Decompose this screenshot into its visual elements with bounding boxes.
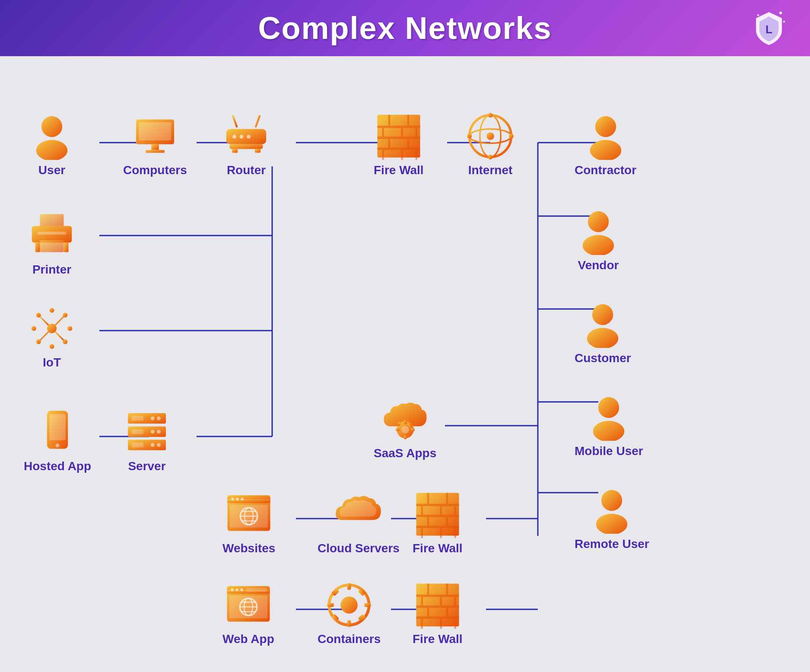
node-mobile-user: Mobile User (575, 393, 643, 458)
svg-rect-152 (246, 588, 267, 592)
svg-rect-182 (454, 619, 456, 629)
firewall-mid-label: Fire Wall (413, 541, 463, 555)
svg-line-32 (233, 116, 237, 127)
svg-point-89 (36, 339, 41, 344)
svg-point-60 (488, 113, 493, 118)
svg-point-3 (783, 21, 785, 22)
firewall-top-label: Fire Wall (374, 163, 424, 177)
node-internet: Internet (467, 112, 514, 177)
svg-rect-132 (416, 515, 459, 517)
svg-rect-174 (446, 584, 448, 595)
svg-point-100 (157, 417, 161, 420)
svg-point-90 (63, 339, 67, 344)
svg-point-87 (36, 313, 41, 318)
mobile-user-label: Mobile User (575, 444, 643, 458)
diagram-area: .conn-line { stroke: #2a2aad; stroke-wid… (0, 56, 810, 672)
node-iot: IoT (28, 305, 76, 369)
internet-icon (467, 112, 514, 160)
svg-point-91 (592, 304, 613, 325)
node-firewall-bot: Fire Wall (413, 581, 463, 646)
svg-rect-170 (416, 595, 459, 597)
svg-rect-47 (407, 115, 409, 126)
svg-rect-142 (440, 528, 442, 538)
svg-point-150 (235, 589, 238, 592)
svg-rect-41 (255, 149, 260, 153)
svg-point-85 (32, 326, 36, 331)
svg-point-149 (231, 589, 234, 592)
svg-rect-110 (403, 420, 407, 424)
svg-point-62 (467, 134, 472, 139)
saas-apps-icon (381, 395, 429, 443)
svg-point-61 (488, 155, 493, 159)
svg-rect-112 (396, 428, 400, 431)
remote-user-label: Remote User (575, 537, 649, 551)
node-web-app: Web App (222, 581, 274, 646)
svg-rect-35 (226, 129, 266, 144)
svg-point-151 (240, 589, 243, 592)
svg-rect-171 (416, 605, 459, 608)
svg-point-36 (232, 135, 236, 139)
svg-rect-161 (347, 583, 351, 589)
svg-point-65 (590, 140, 621, 160)
firewall-bot-icon (414, 581, 461, 629)
user-icon (28, 112, 76, 160)
svg-rect-55 (415, 150, 417, 160)
websites-label: Websites (222, 541, 275, 555)
svg-point-83 (50, 308, 54, 313)
svg-rect-40 (232, 149, 238, 153)
hosted-app-label: Hosted App (24, 459, 91, 473)
svg-rect-143 (454, 528, 456, 538)
node-printer: Printer (28, 212, 76, 277)
svg-point-101 (151, 417, 155, 420)
svg-rect-173 (427, 584, 429, 595)
svg-rect-94 (49, 414, 65, 440)
node-contractor: Contractor (575, 112, 636, 177)
svg-point-106 (157, 443, 161, 447)
svg-rect-68 (38, 232, 66, 235)
svg-line-81 (40, 332, 49, 341)
svg-point-144 (601, 490, 622, 511)
svg-text:L: L (766, 23, 772, 36)
svg-rect-102 (132, 429, 144, 434)
shield-logo-icon: L (750, 9, 788, 48)
svg-rect-140 (446, 517, 448, 526)
node-remote-user: Remote User (575, 486, 649, 551)
svg-rect-43 (377, 126, 420, 128)
svg-point-122 (236, 498, 239, 501)
svg-line-34 (256, 116, 260, 127)
svg-rect-163 (327, 603, 334, 607)
svg-rect-141 (421, 528, 422, 538)
svg-rect-137 (440, 506, 442, 515)
svg-rect-31 (146, 150, 165, 153)
svg-point-104 (151, 430, 155, 434)
svg-line-79 (40, 317, 49, 325)
mobile-user-icon (585, 393, 632, 441)
server-icon (123, 408, 171, 456)
svg-rect-46 (388, 115, 390, 126)
svg-rect-30 (151, 144, 159, 150)
svg-rect-50 (415, 128, 417, 137)
contractor-icon (582, 112, 629, 160)
web-app-icon (225, 581, 272, 629)
firewall-bot-label: Fire Wall (413, 632, 463, 646)
main-container: Complex Networks L .conn-line { stroke: … (0, 0, 810, 672)
remote-user-icon (588, 486, 635, 534)
svg-point-59 (486, 132, 494, 140)
svg-rect-105 (132, 443, 144, 447)
svg-rect-164 (364, 603, 371, 607)
svg-rect-131 (416, 504, 459, 506)
svg-point-38 (247, 135, 251, 139)
computers-icon (131, 112, 179, 160)
svg-rect-39 (230, 144, 263, 149)
node-firewall-mid: Fire Wall (413, 490, 463, 555)
svg-rect-176 (440, 597, 442, 605)
contractor-label: Contractor (575, 163, 636, 177)
svg-rect-133 (416, 525, 459, 528)
svg-point-145 (596, 514, 628, 534)
computers-label: Computers (123, 163, 187, 177)
cloud-servers-icon (335, 490, 382, 538)
node-hosted-app: Hosted App (24, 408, 91, 473)
svg-rect-49 (401, 128, 403, 137)
svg-rect-181 (440, 619, 442, 629)
svg-rect-52 (407, 139, 409, 148)
